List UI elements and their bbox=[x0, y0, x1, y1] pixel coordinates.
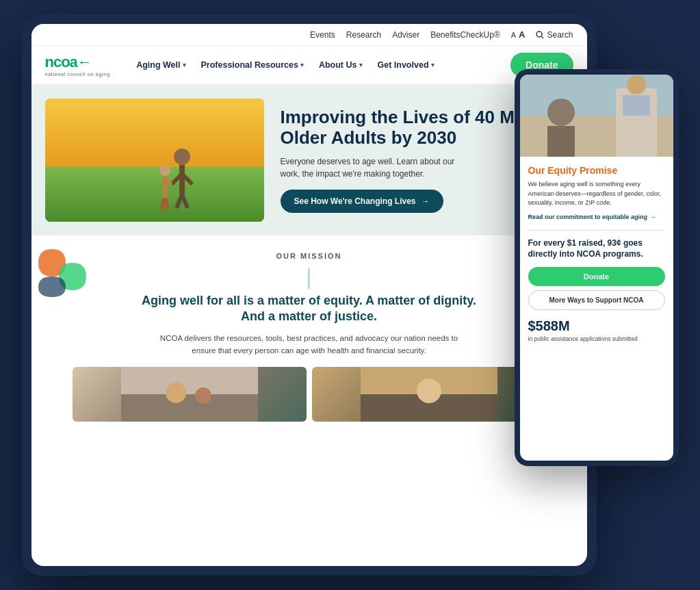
equity-description: We believe aging well is something every… bbox=[528, 180, 665, 208]
stat-amount: $588M bbox=[528, 318, 665, 334]
decorative-icon bbox=[38, 242, 93, 297]
research-link[interactable]: Research bbox=[346, 30, 381, 40]
svg-point-0 bbox=[536, 31, 542, 37]
hero-image bbox=[45, 99, 264, 222]
font-large-button[interactable]: A bbox=[519, 29, 525, 40]
chevron-down-icon: ▾ bbox=[300, 62, 304, 68]
svg-rect-27 bbox=[623, 95, 650, 116]
divider bbox=[528, 230, 665, 231]
mobile-support-button[interactable]: More Ways to Support NCOA bbox=[528, 290, 665, 310]
hero-section: Improving the Lives of 40 Million Older … bbox=[31, 85, 587, 235]
svg-rect-3 bbox=[45, 167, 264, 222]
stat-text: For every $1 raised, 93¢ goes directly i… bbox=[528, 238, 665, 261]
hero-cta-button[interactable]: See How We're Changing Lives → bbox=[281, 190, 443, 213]
adviser-link[interactable]: Adviser bbox=[392, 30, 419, 40]
svg-point-28 bbox=[627, 75, 646, 94]
chevron-down-icon: ▾ bbox=[359, 62, 363, 68]
mission-images bbox=[73, 367, 546, 422]
logo-tagline: national council on aging. bbox=[45, 71, 112, 77]
mobile-content: Our Equity Promise We believe aging well… bbox=[520, 157, 673, 461]
mission-description: NCOA delivers the resources, tools, best… bbox=[159, 332, 460, 357]
hero-illustration bbox=[45, 99, 264, 222]
nav-item-aging-well[interactable]: Aging Well ▾ bbox=[129, 56, 192, 74]
svg-point-21 bbox=[417, 379, 441, 403]
events-link[interactable]: Events bbox=[310, 30, 335, 40]
mobile-header-image bbox=[520, 75, 673, 157]
search-button[interactable]: Search bbox=[536, 30, 573, 40]
svg-line-1 bbox=[542, 36, 544, 38]
mobile-donate-button[interactable]: Donate bbox=[528, 267, 665, 286]
logo-area[interactable]: ncoa← national council on aging. bbox=[45, 53, 112, 77]
arrow-icon: → bbox=[422, 196, 430, 206]
mission-section: OUR MISSION Aging well for all is a matt… bbox=[31, 235, 587, 433]
main-nav: ncoa← national council on aging. Aging W… bbox=[31, 46, 587, 85]
tablet-device: Events Research Adviser BenefitsCheckUp®… bbox=[22, 14, 597, 576]
search-icon bbox=[536, 31, 544, 39]
chevron-down-icon: ▾ bbox=[183, 62, 186, 68]
nav-item-about-us[interactable]: About Us ▾ bbox=[312, 56, 370, 74]
svg-rect-16 bbox=[121, 394, 258, 422]
mobile-header-illustration bbox=[520, 75, 673, 157]
benefits-checkup-link[interactable]: BenefitsCheckUp® bbox=[430, 30, 500, 40]
equity-title: Our Equity Promise bbox=[528, 165, 665, 176]
equity-link[interactable]: Read our commitment to equitable aging → bbox=[528, 214, 665, 220]
tablet-screen: Events Research Adviser BenefitsCheckUp®… bbox=[31, 24, 587, 566]
mission-image-illustration-1 bbox=[73, 367, 307, 422]
stat-label: in public assistance applications submit… bbox=[528, 335, 665, 344]
nav-item-get-involved[interactable]: Get Involved ▾ bbox=[371, 56, 441, 74]
svg-point-10 bbox=[159, 165, 170, 176]
decorative-shape bbox=[38, 242, 93, 297]
svg-point-17 bbox=[166, 383, 186, 403]
mission-image-2 bbox=[312, 367, 546, 422]
nav-item-professional-resources[interactable]: Professional Resources ▾ bbox=[194, 56, 311, 74]
logo-text: ncoa← bbox=[45, 53, 112, 71]
mobile-device: Our Equity Promise We believe aging well… bbox=[515, 69, 679, 466]
font-small-button[interactable]: A bbox=[511, 31, 516, 39]
font-size-controls: A A bbox=[511, 29, 526, 40]
svg-rect-25 bbox=[547, 126, 575, 157]
mission-divider bbox=[309, 268, 309, 289]
mission-image-1 bbox=[73, 367, 307, 422]
hero-description: Everyone deserves to age well. Learn abo… bbox=[281, 155, 458, 180]
chevron-down-icon: ▾ bbox=[431, 62, 435, 68]
svg-point-24 bbox=[547, 99, 575, 126]
svg-point-18 bbox=[195, 387, 211, 404]
utility-bar: Events Research Adviser BenefitsCheckUp®… bbox=[31, 24, 587, 46]
scene: Events Research Adviser BenefitsCheckUp®… bbox=[22, 14, 679, 576]
nav-links: Aging Well ▾ Professional Resources ▾ Ab… bbox=[129, 56, 500, 74]
arrow-icon: → bbox=[650, 214, 656, 220]
svg-point-4 bbox=[174, 149, 190, 165]
mission-image-illustration-2 bbox=[312, 367, 546, 422]
mission-title: Aging well for all is a matter of equity… bbox=[138, 293, 480, 325]
mission-label: OUR MISSION bbox=[276, 252, 342, 260]
